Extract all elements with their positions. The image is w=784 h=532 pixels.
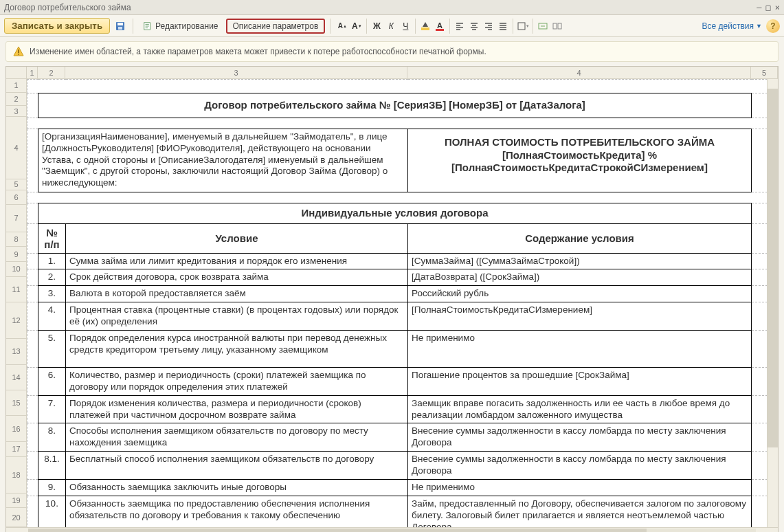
svg-rect-1	[117, 23, 123, 25]
minimize-icon[interactable]: —	[757, 3, 761, 12]
row-headers: 1234567891011121314151617181920	[6, 79, 27, 527]
maximize-icon[interactable]: □	[766, 3, 771, 12]
save-and-close-button[interactable]: Записать и закрыть	[4, 18, 110, 34]
value-cell: Займ, предоставленный по Договору, обесп…	[408, 496, 752, 527]
font-size-down-icon[interactable]: A▼	[350, 19, 363, 33]
merge-cells-icon[interactable]	[536, 19, 550, 33]
align-right-icon[interactable]	[482, 19, 495, 33]
window-title: Договор потребительского займа	[4, 3, 757, 12]
svg-rect-4	[421, 27, 429, 30]
edit-mode-button[interactable]: Редактирование	[138, 19, 223, 34]
row-header[interactable]: 5	[6, 179, 26, 190]
corner-cell[interactable]	[6, 67, 27, 78]
row-header[interactable]: 14	[6, 365, 26, 390]
svg-text:A: A	[437, 21, 443, 30]
borders-icon[interactable]: ▾	[516, 19, 530, 33]
bg-color-icon[interactable]	[418, 19, 432, 33]
table-row: 5. Порядок определения курса иностранной…	[27, 330, 778, 367]
bold-icon[interactable]: Ж	[370, 19, 383, 33]
svg-rect-12	[18, 54, 19, 55]
all-actions-menu[interactable]: Все действия ▼	[702, 21, 762, 31]
format-toolbar: A▲ A▼ Ж К Ч A ▾	[335, 19, 564, 34]
row-header[interactable]: 2	[6, 93, 26, 107]
save-button[interactable]	[113, 19, 128, 34]
value-cell: Внесение суммы задолженности в кассу лом…	[408, 423, 752, 452]
th-num: № п/п	[38, 223, 66, 253]
help-button[interactable]: ?	[766, 19, 780, 33]
value-cell: Погашение процентов за прошедшие [СрокЗа…	[408, 367, 752, 395]
row-header[interactable]: 3	[6, 106, 26, 117]
row-number: 8.	[38, 423, 66, 452]
value-cell: [ДатаВозврата] ([СрокЗайма])	[408, 269, 752, 286]
toolbar: Записать и закрыть Редактирование Описан…	[0, 15, 784, 37]
row-header[interactable]: 9	[6, 247, 26, 262]
row-header[interactable]: 20	[6, 508, 26, 527]
row-header[interactable]: 17	[6, 442, 26, 457]
row-number: 4.	[38, 302, 66, 331]
condition-cell: Порядок определения курса иностранной ва…	[66, 330, 408, 367]
row-header[interactable]: 15	[6, 390, 26, 416]
align-center-icon[interactable]	[467, 19, 481, 33]
param-desc-button[interactable]: Описание параметров	[226, 19, 326, 34]
row-header[interactable]: 7	[6, 205, 26, 232]
value-cell: Не применимо	[408, 330, 752, 367]
close-icon[interactable]: ×	[775, 3, 780, 12]
align-justify-icon[interactable]	[496, 19, 510, 33]
condition-cell: Процентная ставка (процентные ставки) (в…	[66, 302, 408, 331]
row-header[interactable]: 11	[6, 277, 26, 302]
row-header[interactable]: 18	[6, 457, 26, 494]
warning-text: Изменение имен областей, а также парамет…	[30, 47, 486, 56]
row-number: 7.	[38, 395, 66, 423]
row-header[interactable]: 13	[6, 339, 26, 364]
table-row: 4. Процентная ставка (процентные ставки)…	[27, 302, 778, 331]
row-header[interactable]: 1	[6, 79, 26, 93]
scroll-left-icon[interactable]: ◂	[6, 529, 17, 533]
th-condition: Условие	[66, 223, 408, 253]
row-header[interactable]: 12	[6, 302, 26, 339]
col-header-1[interactable]: 1	[27, 67, 38, 78]
table-row: 8.1. Бесплатный способ исполнения заемщи…	[27, 452, 778, 480]
condition-cell: Срок действия договора, срок возврата за…	[66, 269, 408, 286]
preamble-cell: [ОрганизацияНаименование], именуемый в д…	[38, 129, 408, 192]
row-number: 1.	[38, 253, 66, 269]
svg-rect-9	[553, 23, 557, 29]
row-header[interactable]: 16	[6, 416, 26, 441]
row-number: 8.1.	[38, 452, 66, 480]
section-title: Индивидуальные условия договора	[38, 203, 752, 223]
svg-rect-6	[436, 29, 444, 31]
condition-cell: Количество, размер и периодичность (срок…	[66, 367, 408, 395]
row-header[interactable]: 8	[6, 232, 26, 247]
table-row: 2. Срок действия договора, срок возврата…	[27, 269, 778, 286]
condition-cell: Сумма займа или лимит кредитования и пор…	[66, 253, 408, 269]
svg-rect-10	[558, 23, 561, 29]
italic-icon[interactable]: К	[384, 19, 398, 33]
font-size-up-icon[interactable]: A▲	[335, 19, 349, 33]
warning-icon	[13, 46, 24, 57]
value-cell: Внесение суммы задолженности в кассу лом…	[408, 452, 752, 480]
split-cells-icon[interactable]	[550, 19, 564, 33]
loan-cost-cell: ПОЛНАЯ СТОИМОСТЬ ПОТРЕБИТЕЛЬСКОГО ЗАЙМА[…	[408, 129, 752, 192]
text-color-icon[interactable]: A	[433, 19, 447, 33]
chevron-down-icon: ▼	[756, 23, 762, 30]
row-header[interactable]: 6	[6, 190, 26, 206]
sheet-content[interactable]: Договор потребительского займа № [СерияЗ…	[27, 79, 778, 527]
svg-rect-2	[118, 27, 122, 30]
underline-icon[interactable]: Ч	[399, 19, 412, 33]
row-header[interactable]: 4	[6, 117, 26, 179]
condition-cell: Бесплатный способ исполнения заемщиком о…	[66, 452, 408, 480]
row-header[interactable]: 10	[6, 262, 26, 277]
align-left-icon[interactable]	[453, 19, 467, 33]
vertical-scrollbar[interactable]	[767, 79, 778, 527]
table-row: 1. Сумма займа или лимит кредитования и …	[27, 253, 778, 269]
horizontal-scrollbar[interactable]: ◂ ▸	[6, 527, 778, 532]
scroll-right-icon[interactable]: ▸	[767, 529, 778, 533]
row-number: 2.	[38, 269, 66, 286]
condition-cell: Порядок изменения количества, размера и …	[66, 395, 408, 423]
condition-cell: Валюта в которой предоставляется заём	[66, 286, 408, 302]
value-cell: [СуммаЗайма] ([СуммаЗаймаСтрокой])	[408, 253, 752, 269]
col-header-3[interactable]: 3	[65, 67, 407, 78]
col-header-4[interactable]: 4	[407, 67, 751, 78]
col-header-2[interactable]: 2	[38, 67, 65, 78]
col-header-5[interactable]: 5	[751, 67, 778, 78]
row-header[interactable]: 19	[6, 494, 26, 509]
